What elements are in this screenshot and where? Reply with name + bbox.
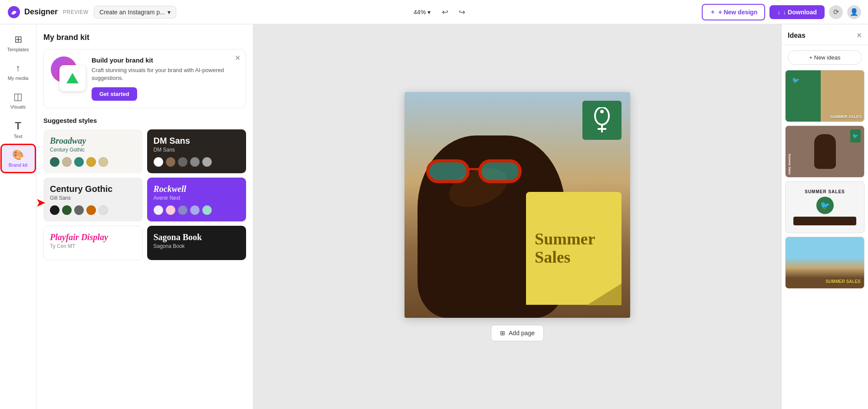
- main-layout: ⊞ Templates ↑ My media ◫ Visuals T Text …: [0, 24, 868, 409]
- thumb4-text: SUMMER SALES: [825, 279, 861, 284]
- style-card-sagona[interactable]: Sagona Book Sagona Book: [147, 226, 247, 260]
- canvas-design[interactable]: Summer Sales: [404, 92, 630, 318]
- svg-point-2: [600, 110, 604, 113]
- idea-thumb-2[interactable]: 🐦 Summer Sales: [785, 125, 865, 178]
- color-dot-13: [74, 205, 84, 215]
- century-gothic-colors: [50, 205, 136, 215]
- topbar-right: ＋ + New design ↓ ↓ Download ⟳ 👤: [702, 4, 861, 20]
- sidebar-label-text: Text: [13, 134, 22, 139]
- visuals-icon: ◫: [13, 91, 23, 102]
- undo-button[interactable]: ↩: [439, 5, 451, 20]
- project-title-button[interactable]: Create an Instagram p... ▾: [94, 6, 176, 19]
- idea-thumb-1[interactable]: 🐦 SUMMER SALES: [785, 70, 865, 122]
- dm-sans-primary-font: DM Sans: [154, 136, 240, 146]
- thumb3-image: [793, 217, 856, 225]
- ideas-panel-title: Ideas: [788, 32, 806, 40]
- share-button[interactable]: ⟳: [829, 5, 843, 19]
- color-dot-4: [86, 157, 96, 167]
- dm-sans-colors: [154, 157, 240, 167]
- sidebar-item-my-media[interactable]: ↑ My media: [2, 58, 35, 85]
- sidebar-label-templates: Templates: [7, 47, 29, 52]
- canvas-logo-box: [582, 101, 621, 140]
- styles-grid: Broadway Century Gothic DM Sans DM Sans: [43, 129, 246, 260]
- glasses-bridge: [467, 168, 480, 170]
- color-dot-12: [62, 205, 72, 215]
- chevron-down-icon: ▾: [168, 9, 171, 16]
- broadway-primary-font: Broadway: [50, 136, 136, 146]
- glasses-left: [426, 159, 470, 183]
- playfair-primary-font: Playfair Display: [50, 232, 136, 242]
- color-dot-15: [99, 205, 108, 215]
- thumb3-logo: 🐦: [816, 197, 834, 214]
- app-name: Designer: [24, 7, 58, 16]
- style-card-dm-sans[interactable]: DM Sans DM Sans: [147, 129, 247, 173]
- share-icon: ⟳: [833, 8, 839, 16]
- thumb2-dog: [814, 134, 836, 169]
- color-dot-6: [154, 157, 163, 167]
- promo-close-button[interactable]: ✕: [235, 54, 240, 62]
- color-dot-18: [178, 205, 187, 215]
- new-design-button[interactable]: ＋ + New design: [702, 4, 765, 20]
- thumb2-text: Summer Sales: [788, 154, 791, 175]
- color-dot-2: [62, 157, 72, 167]
- zoom-level: 44%: [414, 9, 426, 16]
- color-dot-19: [190, 205, 200, 215]
- promo-text: Build your brand kit Craft stunning visu…: [92, 56, 239, 101]
- zoom-chevron-icon: ▾: [427, 9, 431, 16]
- style-card-broadway[interactable]: Broadway Century Gothic: [43, 129, 143, 173]
- broadway-colors: [50, 157, 136, 167]
- thumb1-text: SUMMER SALES: [830, 115, 861, 119]
- sidebar-label-my-media: My media: [8, 76, 29, 81]
- broadway-secondary-font: Century Gothic: [50, 147, 136, 153]
- color-dot-8: [178, 157, 187, 167]
- templates-icon: ⊞: [14, 34, 22, 45]
- style-card-century-gothic[interactable]: Century Gothic Gill Sans: [43, 178, 143, 221]
- idea-thumb-4[interactable]: SUMMER SALES: [785, 237, 865, 289]
- sidebar-item-visuals[interactable]: ◫ Visuals: [2, 87, 35, 114]
- ideas-thumbnails: 🐦 SUMMER SALES 🐦 Summer Sales SUMMER SAL…: [782, 70, 868, 409]
- promo-heading: Build your brand kit: [92, 56, 239, 64]
- sidebar-label-visuals: Visuals: [10, 104, 26, 109]
- brand-kit-icon: 🎨: [12, 149, 24, 161]
- new-ideas-button[interactable]: + New ideas: [788, 50, 862, 65]
- color-dot-1: [50, 157, 59, 167]
- new-design-icon: ＋: [710, 8, 716, 16]
- topbar: Designer PREVIEW Create an Instagram p..…: [0, 0, 868, 24]
- new-design-label: + New design: [718, 9, 757, 16]
- promo-image: [51, 56, 85, 91]
- canvas-bird-icon: [591, 107, 613, 133]
- thumb3-text: SUMMER SALES: [805, 189, 845, 194]
- playfair-secondary-font: Ty Cen MT: [50, 243, 136, 249]
- add-page-label: Add page: [509, 330, 535, 336]
- idea-thumb-3[interactable]: SUMMER SALES 🐦: [785, 181, 865, 233]
- ideas-close-button[interactable]: ✕: [856, 31, 862, 40]
- brand-panel: My brand kit ✕ Build your brand kit Craf…: [36, 24, 253, 409]
- sidebar: ⊞ Templates ↑ My media ◫ Visuals T Text …: [0, 24, 36, 409]
- redo-button[interactable]: ↪: [456, 5, 468, 20]
- sagona-secondary-font: Sagona Book: [154, 243, 240, 249]
- color-dot-14: [86, 205, 96, 215]
- user-avatar[interactable]: 👤: [847, 5, 861, 19]
- sidebar-item-templates[interactable]: ⊞ Templates: [2, 30, 35, 56]
- color-dot-10: [202, 157, 212, 167]
- zoom-control[interactable]: 44% ▾: [410, 7, 434, 17]
- promo-card: ✕ Build your brand kit Craft stunning vi…: [43, 49, 246, 108]
- style-card-rockwell[interactable]: Rockwell Avenir Next: [147, 178, 247, 221]
- promo-triangle-icon: [66, 73, 79, 83]
- sidebar-item-brand-kit[interactable]: 🎨 Brand kit: [2, 145, 35, 172]
- app-logo: Designer: [7, 5, 58, 19]
- app-logo-icon: [7, 5, 21, 19]
- glasses-right: [478, 159, 522, 183]
- download-button[interactable]: ↓ ↓ Download: [769, 5, 825, 19]
- color-dot-3: [74, 157, 84, 167]
- add-page-button[interactable]: ⊞ Add page: [491, 325, 544, 341]
- style-card-playfair[interactable]: Playfair Display Ty Cen MT: [43, 226, 143, 260]
- get-started-button[interactable]: Get started: [92, 87, 137, 101]
- canvas-yellow-card: Summer Sales: [526, 192, 621, 305]
- add-page-icon: ⊞: [500, 330, 505, 336]
- rockwell-primary-font: Rockwell: [154, 184, 240, 194]
- ideas-panel-header: Ideas ✕: [782, 24, 868, 45]
- sidebar-item-text[interactable]: T Text: [2, 115, 35, 143]
- color-dot-16: [154, 205, 163, 215]
- ideas-panel: Ideas ✕ + New ideas 🐦 SUMMER SALES 🐦 Sum…: [781, 24, 868, 409]
